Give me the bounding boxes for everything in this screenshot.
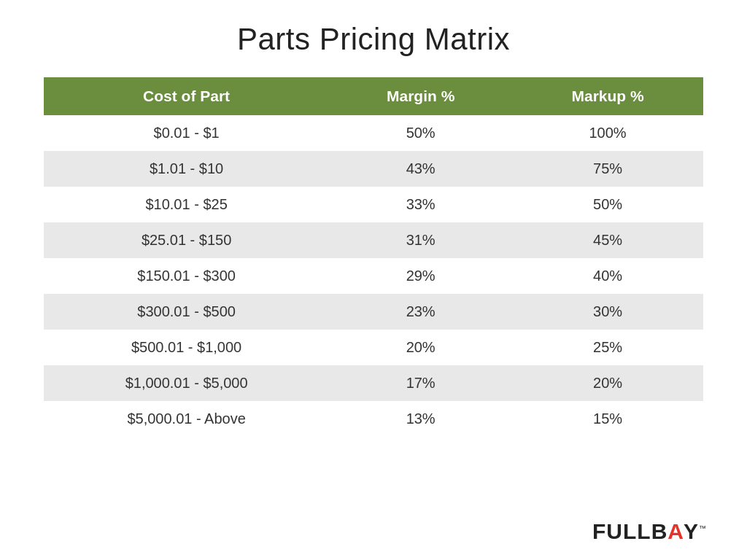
cell-margin: 17%: [329, 365, 512, 401]
header-margin: Margin %: [329, 77, 512, 115]
cell-margin: 50%: [329, 115, 512, 151]
table-row: $25.01 - $15031%45%: [44, 222, 703, 258]
table-row: $10.01 - $2533%50%: [44, 187, 703, 222]
cell-cost-range: $300.01 - $500: [44, 294, 329, 330]
cell-markup: 20%: [512, 365, 703, 401]
cell-cost-range: $0.01 - $1: [44, 115, 329, 151]
logo-text-2: Y™: [684, 519, 707, 544]
cell-cost-range: $5,000.01 - Above: [44, 401, 329, 437]
cell-margin: 43%: [329, 151, 512, 187]
cell-cost-range: $150.01 - $300: [44, 258, 329, 294]
cell-markup: 50%: [512, 187, 703, 222]
table-row: $1,000.01 - $5,00017%20%: [44, 365, 703, 401]
pricing-table: Cost of Part Margin % Markup % $0.01 - $…: [44, 77, 703, 437]
page-container: Parts Pricing Matrix Cost of Part Margin…: [0, 0, 747, 560]
cell-margin: 33%: [329, 187, 512, 222]
cell-margin: 23%: [329, 294, 512, 330]
table-header-row: Cost of Part Margin % Markup %: [44, 77, 703, 115]
cell-markup: 45%: [512, 222, 703, 258]
cell-cost-range: $1.01 - $10: [44, 151, 329, 187]
cell-markup: 30%: [512, 294, 703, 330]
cell-cost-range: $10.01 - $25: [44, 187, 329, 222]
logo-trademark: ™: [699, 524, 707, 532]
page-title: Parts Pricing Matrix: [237, 22, 510, 57]
cell-margin: 29%: [329, 258, 512, 294]
cell-markup: 75%: [512, 151, 703, 187]
table-row: $500.01 - $1,00020%25%: [44, 330, 703, 365]
cell-cost-range: $25.01 - $150: [44, 222, 329, 258]
cell-margin: 20%: [329, 330, 512, 365]
cell-markup: 100%: [512, 115, 703, 151]
table-row: $300.01 - $50023%30%: [44, 294, 703, 330]
cell-margin: 13%: [329, 401, 512, 437]
table-row: $5,000.01 - Above13%15%: [44, 401, 703, 437]
cell-margin: 31%: [329, 222, 512, 258]
cell-markup: 25%: [512, 330, 703, 365]
table-row: $0.01 - $150%100%: [44, 115, 703, 151]
table-row: $150.01 - $30029%40%: [44, 258, 703, 294]
header-markup: Markup %: [512, 77, 703, 115]
table-row: $1.01 - $1043%75%: [44, 151, 703, 187]
cell-cost-range: $1,000.01 - $5,000: [44, 365, 329, 401]
fullbay-logo: FULLBAY™: [592, 519, 707, 544]
cell-markup: 40%: [512, 258, 703, 294]
cell-cost-range: $500.01 - $1,000: [44, 330, 329, 365]
header-cost-of-part: Cost of Part: [44, 77, 329, 115]
logo-accent: A: [667, 519, 684, 544]
cell-markup: 15%: [512, 401, 703, 437]
logo-text: FULLB: [592, 519, 667, 544]
